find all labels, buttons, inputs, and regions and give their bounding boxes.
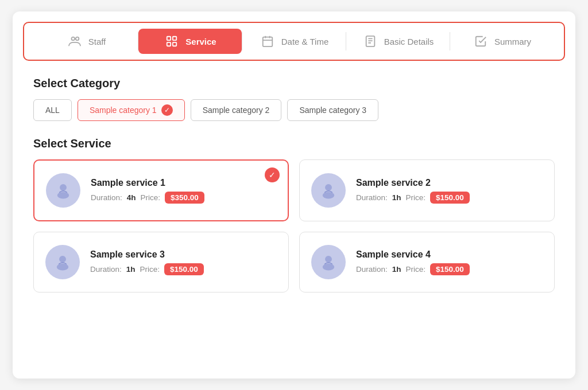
service-2-price: $150.00 (430, 192, 470, 204)
service-3-duration: 1h (126, 265, 136, 274)
step-basic-details-label: Basic Details (384, 37, 434, 46)
stepper: Staff Service (23, 22, 565, 61)
step-staff-label: Staff (88, 37, 106, 46)
main-container: Staff Service (13, 11, 575, 379)
service-icon (164, 33, 180, 49)
service-4-name: Sample service 4 (356, 249, 543, 260)
svg-rect-6 (262, 37, 272, 47)
service-1-duration: 4h (127, 193, 136, 202)
category-3[interactable]: Sample category 3 (287, 99, 378, 121)
service-2-avatar (311, 173, 346, 208)
service-3-price-label: Price: (140, 265, 160, 274)
service-3-duration-label: Duration: (90, 265, 122, 274)
service-1-info: Sample service 1 Duration: 4h Price: $35… (91, 178, 276, 204)
basic-details-icon (362, 33, 378, 49)
svg-point-18 (59, 256, 66, 263)
service-2-name: Sample service 2 (356, 178, 543, 188)
service-2-duration: 1h (392, 193, 401, 202)
service-3-avatar (45, 245, 80, 279)
service-3-price: $150.00 (164, 263, 204, 275)
service-card-3[interactable]: Sample service 3 Duration: 1h Price: $15… (33, 232, 289, 292)
svg-rect-5 (173, 42, 176, 46)
service-card-2[interactable]: Sample service 2 Duration: 1h Price: $15… (299, 159, 555, 221)
svg-point-16 (325, 184, 332, 191)
svg-point-14 (60, 184, 67, 191)
category-1-label: Sample category 1 (90, 106, 157, 115)
summary-icon (473, 33, 489, 49)
svg-rect-2 (167, 37, 171, 40)
service-4-meta: Duration: 1h Price: $150.00 (356, 263, 543, 275)
svg-point-20 (325, 256, 332, 263)
svg-point-0 (71, 37, 75, 41)
service-3-info: Sample service 3 Duration: 1h Price: $15… (90, 249, 277, 275)
service-2-info: Sample service 2 Duration: 1h Price: $15… (356, 178, 543, 204)
svg-point-21 (323, 264, 334, 271)
step-service-label: Service (185, 37, 216, 46)
step-summary-label: Summary (494, 37, 531, 46)
service-1-duration-label: Duration: (91, 193, 122, 202)
category-1[interactable]: Sample category 1 ✓ (78, 99, 185, 121)
select-service-title: Select Service (33, 137, 555, 150)
svg-point-15 (57, 192, 69, 199)
select-category-title: Select Category (33, 77, 555, 90)
svg-rect-3 (173, 37, 176, 40)
service-4-duration-label: Duration: (356, 265, 388, 274)
service-1-avatar (46, 173, 80, 208)
step-basic-details[interactable]: Basic Details (346, 29, 450, 54)
step-datetime[interactable]: Date & Time (242, 29, 346, 54)
datetime-icon (260, 33, 276, 49)
category-2[interactable]: Sample category 2 (191, 99, 282, 121)
service-2-price-label: Price: (406, 193, 426, 202)
service-1-price: $350.00 (165, 192, 204, 204)
service-1-meta: Duration: 4h Price: $350.00 (91, 192, 276, 204)
category-all[interactable]: ALL (33, 99, 72, 121)
service-4-info: Sample service 4 Duration: 1h Price: $15… (356, 249, 543, 275)
service-3-name: Sample service 3 (90, 249, 277, 260)
service-4-price-label: Price: (406, 265, 426, 274)
step-staff[interactable]: Staff (34, 29, 138, 54)
svg-point-19 (57, 264, 68, 271)
step-summary[interactable]: Summary (450, 29, 554, 54)
service-4-price: $150.00 (430, 263, 470, 275)
service-3-meta: Duration: 1h Price: $150.00 (90, 263, 277, 275)
services-grid: Sample service 1 Duration: 4h Price: $35… (33, 159, 555, 292)
service-1-selected-check: ✓ (265, 167, 280, 182)
service-2-meta: Duration: 1h Price: $150.00 (356, 192, 543, 204)
service-card-1[interactable]: Sample service 1 Duration: 4h Price: $35… (33, 159, 289, 221)
step-service[interactable]: Service (138, 29, 242, 54)
svg-rect-4 (167, 42, 171, 46)
service-4-duration: 1h (392, 265, 401, 274)
step-datetime-label: Date & Time (281, 37, 329, 46)
category-1-check-icon: ✓ (161, 104, 173, 116)
service-1-name: Sample service 1 (91, 178, 276, 188)
svg-point-1 (76, 37, 79, 41)
staff-icon (67, 33, 83, 49)
service-2-duration-label: Duration: (356, 193, 388, 202)
svg-point-17 (323, 192, 334, 199)
service-1-price-label: Price: (141, 193, 161, 202)
service-4-avatar (311, 245, 346, 279)
main-content: Select Category ALL Sample category 1 ✓ … (13, 61, 575, 292)
category-filters: ALL Sample category 1 ✓ Sample category … (33, 99, 555, 121)
service-card-4[interactable]: Sample service 4 Duration: 1h Price: $15… (299, 232, 555, 292)
